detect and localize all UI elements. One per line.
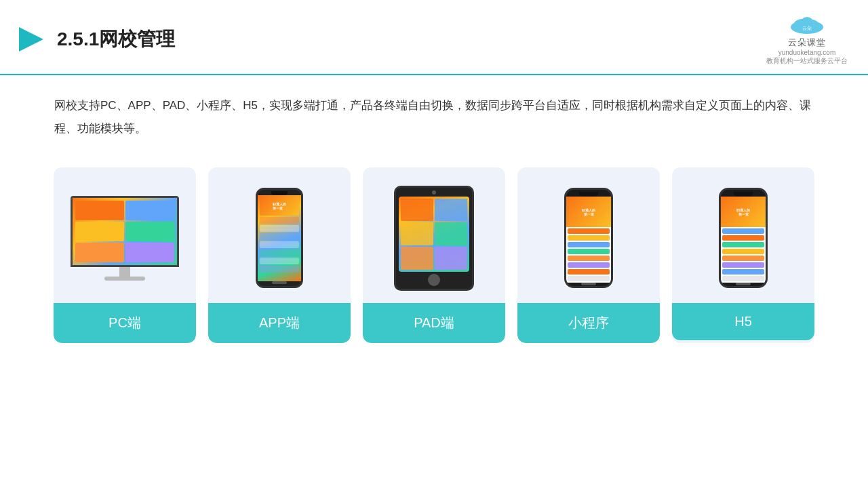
h5-notch (734, 192, 753, 197)
brand-area: 云朵 云朵课堂 yunduoketang.com 教育机构一站式服务云平台 (766, 12, 848, 66)
cards-container: PC端 职通人的第一堂 APP端 (0, 154, 868, 357)
page-header: 2.5.1网校管理 云朵 云朵课堂 yunduoketang.com 教育机构一… (0, 0, 868, 75)
monitor-base (104, 277, 145, 281)
description-text: 网校支持PC、APP、PAD、小程序、H5，实现多端打通，产品各终端自由切换，数… (0, 75, 868, 147)
r3 (260, 233, 299, 240)
mr4 (568, 249, 610, 254)
card-app-label: APP端 (208, 303, 351, 343)
hr6 (722, 262, 764, 268)
tablet-camera (432, 190, 436, 195)
tablet-home (428, 274, 440, 286)
app-banner: 职通人的第一堂 (260, 197, 299, 216)
card-h5-image: 职通人的第一堂 (672, 167, 814, 303)
s6 (125, 243, 174, 262)
h5-mockup: 职通人的第一堂 (719, 188, 768, 288)
phone-home (272, 281, 287, 284)
mini-screen: 职通人的第一堂 (566, 197, 611, 283)
card-h5: 职通人的第一堂 H5 (672, 167, 814, 343)
tb2 (435, 199, 467, 222)
tb1 (401, 199, 433, 222)
phone-notch (271, 191, 288, 195)
brand-name: 云朵课堂 (788, 37, 826, 49)
s2 (125, 201, 174, 220)
card-miniapp: 职通人的第一堂 小程序 (517, 167, 660, 343)
brand-domain: yunduoketang.com (778, 49, 836, 56)
r2 (260, 225, 299, 232)
h5-top: 职通人的第一堂 (721, 197, 766, 227)
brand-cloud-icon: 云朵 (787, 12, 827, 37)
hr4 (722, 249, 764, 254)
mr3 (568, 242, 610, 247)
page-title: 2.5.1网校管理 (57, 26, 175, 52)
app-mockup: 职通人的第一堂 (256, 188, 303, 288)
s4 (125, 222, 174, 241)
card-miniapp-label: 小程序 (517, 303, 660, 343)
card-pad-label: PAD端 (363, 303, 505, 343)
h5-screen: 职通人的第一堂 (721, 197, 766, 283)
r1 (260, 217, 299, 224)
mr2 (568, 235, 610, 241)
card-pc-label: PC端 (54, 303, 196, 343)
card-pad-image (363, 167, 505, 303)
mr6 (568, 262, 610, 268)
hr7 (722, 269, 764, 274)
r4 (260, 241, 299, 248)
hr5 (722, 256, 764, 261)
mr7 (568, 269, 610, 274)
brand-sub: 教育机构一站式服务云平台 (766, 56, 848, 66)
mr5 (568, 256, 610, 261)
card-app: 职通人的第一堂 APP端 (208, 167, 351, 343)
tb5 (401, 247, 433, 270)
pad-mockup (394, 186, 474, 291)
mr8 (568, 276, 610, 281)
s5 (75, 243, 124, 262)
hr8 (722, 276, 764, 281)
pc-mockup (71, 196, 179, 281)
s3 (75, 222, 124, 241)
phone-screen: 职通人的第一堂 (258, 195, 301, 281)
monitor-screen (71, 196, 179, 267)
card-pc: PC端 (54, 167, 196, 343)
card-app-image: 职通人的第一堂 (208, 167, 351, 303)
r6 (260, 258, 299, 264)
svg-marker-0 (19, 27, 43, 52)
header-left: 2.5.1网校管理 (14, 23, 175, 56)
s1 (75, 201, 124, 220)
monitor-neck (119, 267, 130, 277)
mini-home (581, 283, 596, 285)
tb4 (435, 222, 467, 245)
tb3 (401, 222, 433, 245)
hr1 (722, 228, 764, 234)
tb6 (435, 247, 467, 270)
h5-body (721, 227, 766, 283)
mini-body (566, 227, 611, 283)
mini-notch (579, 192, 598, 197)
card-pc-image (54, 167, 196, 303)
monitor-screen-inner (73, 198, 177, 265)
logo-icon (14, 23, 46, 56)
card-miniapp-image: 职通人的第一堂 (517, 167, 660, 303)
card-pad: PAD端 (363, 167, 505, 343)
mini-top: 职通人的第一堂 (566, 197, 611, 227)
svg-text:云朵: 云朵 (802, 26, 812, 30)
r5 (260, 249, 299, 256)
brand-logo: 云朵 云朵课堂 yunduoketang.com 教育机构一站式服务云平台 (766, 12, 848, 66)
hr2 (722, 235, 764, 241)
mr1 (568, 228, 610, 234)
miniapp-mockup: 职通人的第一堂 (564, 188, 613, 288)
card-h5-label: H5 (672, 303, 814, 340)
h5-home (736, 283, 751, 285)
tablet-screen (399, 197, 469, 272)
hr3 (722, 242, 764, 247)
r7 (260, 266, 299, 272)
